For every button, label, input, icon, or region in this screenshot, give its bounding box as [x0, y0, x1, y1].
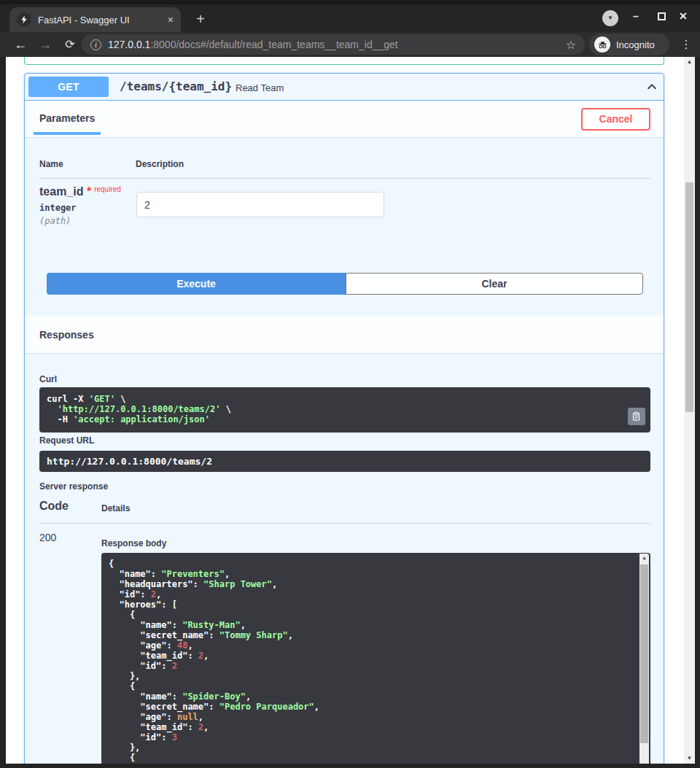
responses-title: Responses	[39, 329, 94, 341]
window-top-edge	[0, 0, 700, 4]
response-body[interactable]: { "name": "Preventers", "headquarters": …	[101, 553, 650, 764]
responses-section-header: Responses	[25, 317, 664, 353]
browser-toolbar: ← → ⟳ i 127.0.0.1:8000/docs#/default/rea…	[0, 32, 700, 57]
window-close-button[interactable]: ✕	[679, 10, 688, 22]
server-response-label: Server response	[39, 481, 108, 492]
tab-parameters[interactable]: Parameters	[39, 112, 95, 124]
response-table-divider	[39, 523, 650, 524]
response-scroll-up-icon[interactable]: ▲	[639, 554, 649, 563]
get-teams-opblock: GET /teams/{team_id} Read Team Parameter…	[24, 73, 664, 764]
url-path: :8000/docs#/default/read_team_teams__tea…	[150, 39, 397, 50]
tab-close-icon[interactable]: ×	[168, 15, 174, 25]
copy-to-clipboard-button[interactable]	[628, 408, 645, 425]
previous-endpoint-bottom-edge	[24, 57, 664, 65]
response-body-scrollbar[interactable]: ▲	[639, 554, 649, 764]
request-url-value: http://127.0.0.1:8000/teams/2	[39, 451, 650, 472]
param-type: integer	[39, 203, 77, 213]
execute-button[interactable]: Execute	[47, 273, 346, 295]
site-info-icon[interactable]: i	[90, 39, 101, 50]
url-text: 127.0.0.1:8000/docs#/default/read_team_t…	[108, 39, 560, 50]
column-header-code: Code	[39, 500, 69, 513]
tab-strip: FastAPI - Swagger UI × + ▼ – ✕	[0, 0, 700, 32]
back-button[interactable]: ←	[10, 34, 31, 55]
incognito-icon	[594, 36, 610, 53]
incognito-label: Incognito	[616, 39, 655, 50]
response-body-json: { "name": "Preventers", "headquarters": …	[109, 559, 643, 764]
bookmark-star-icon[interactable]: ☆	[566, 38, 576, 52]
param-location: (path)	[39, 216, 71, 226]
response-scrollbar-thumb[interactable]	[640, 565, 648, 743]
page-scroll-down-icon[interactable]: ▼	[684, 753, 695, 764]
page-scrollbar[interactable]: ▲ ▼	[684, 57, 695, 764]
tab-title: FastAPI - Swagger UI	[38, 15, 163, 26]
column-header-details: Details	[101, 503, 130, 513]
window-menu-caret-icon[interactable]: ▼	[602, 10, 618, 26]
minimize-button[interactable]: –	[633, 10, 639, 22]
opblock-summary[interactable]: GET /teams/{team_id} Read Team	[25, 74, 664, 101]
table-header-divider	[39, 178, 650, 179]
parameters-section-header: Parameters Cancel	[25, 101, 664, 137]
status-code: 200	[39, 532, 56, 543]
browser-window: FastAPI - Swagger UI × + ▼ – ✕ ← → ⟳ i 1…	[0, 0, 700, 768]
browser-menu-icon[interactable]: ⋮	[677, 34, 696, 55]
new-tab-button[interactable]: +	[191, 10, 210, 29]
collapse-chevron-icon[interactable]	[645, 80, 658, 96]
incognito-badge: Incognito	[589, 34, 669, 55]
response-body-label: Response body	[101, 538, 166, 548]
team-id-input[interactable]	[136, 192, 384, 217]
maximize-button[interactable]	[658, 12, 666, 20]
page-scroll-up-icon[interactable]: ▲	[684, 57, 695, 67]
required-label: required	[94, 185, 121, 193]
curl-command[interactable]: curl -X 'GET' \ 'http://127.0.0.1:8000/t…	[39, 387, 650, 433]
active-tab-underline	[34, 132, 101, 135]
url-host: 127.0.0.1	[108, 39, 150, 50]
param-name: team_id *required	[39, 185, 121, 198]
fastapi-favicon-icon	[17, 12, 31, 27]
column-header-description: Description	[136, 159, 184, 169]
required-asterisk: *	[87, 185, 91, 198]
address-bar[interactable]: i 127.0.0.1:8000/docs#/default/read_team…	[82, 34, 585, 55]
forward-button[interactable]: →	[35, 34, 55, 55]
clear-button[interactable]: Clear	[346, 273, 643, 295]
param-name-text: team_id	[39, 185, 83, 198]
browser-tab[interactable]: FastAPI - Swagger UI ×	[9, 7, 181, 32]
endpoint-path: /teams/{team_id}	[120, 79, 232, 93]
request-url-label: Request URL	[39, 435, 94, 446]
reload-button[interactable]: ⟳	[60, 34, 80, 55]
method-badge: GET	[28, 77, 109, 97]
column-header-name: Name	[39, 159, 63, 169]
swagger-page: GET /teams/{team_id} Read Team Parameter…	[6, 57, 695, 764]
endpoint-summary: Read Team	[236, 82, 284, 93]
curl-label: Curl	[39, 374, 57, 384]
page-scrollbar-thumb[interactable]	[685, 182, 693, 412]
cancel-button[interactable]: Cancel	[581, 108, 650, 131]
